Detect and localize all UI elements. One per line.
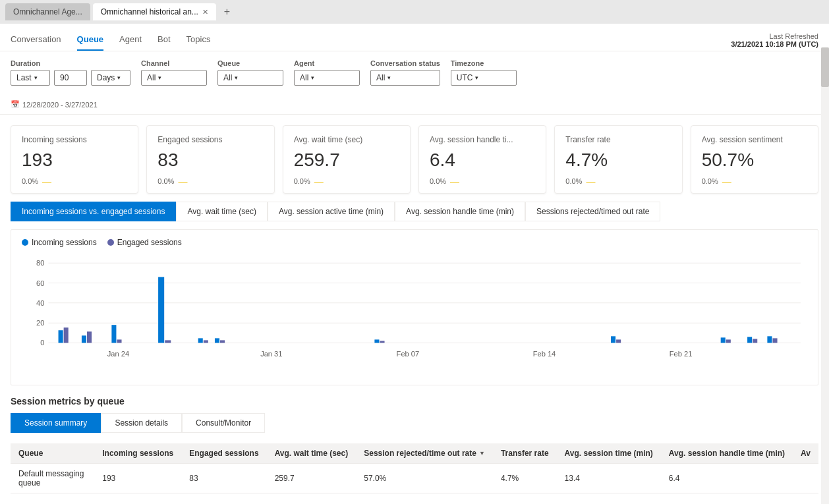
scrollbar-thumb[interactable] — [821, 47, 829, 87]
kpi-dash-engaged: — — [178, 176, 187, 186]
kpi-value-avg-wait: 259.7 — [294, 150, 399, 171]
queue-filter: Queue All ▾ — [217, 59, 283, 86]
date-range: 📅 12/28/2020 - 3/27/2021 — [11, 98, 818, 109]
duration-dropdown[interactable]: Last ▾ — [11, 70, 50, 86]
table-header: Queue Incoming sessions Engaged sessions… — [11, 443, 818, 464]
kpi-value-sentiment: 50.7% — [702, 150, 807, 171]
duration-value-input[interactable] — [54, 70, 87, 86]
col-header-avg-wait: Avg. wait time (sec) — [267, 443, 357, 464]
nav-tab-topics[interactable]: Topics — [186, 29, 211, 51]
sort-icon: ▼ — [479, 450, 485, 457]
session-metrics-table: Queue Incoming sessions Engaged sessions… — [11, 443, 818, 493]
queue-label: Queue — [217, 59, 283, 67]
kpi-footer-avg-handle: 0.0% — — [430, 176, 535, 186]
queue-dropdown[interactable]: All ▾ — [217, 70, 283, 86]
kpi-value-engaged: 83 — [157, 150, 263, 171]
kpi-footer-transfer: 0.0% — — [565, 176, 671, 186]
kpi-card-sentiment: Avg. session sentiment 50.7% 0.0% — — [691, 125, 818, 194]
tab-omnichannel-historical[interactable]: Omnichannel historical an... ✕ — [93, 3, 216, 20]
svg-rect-34 — [753, 339, 757, 343]
conversation-status-dropdown[interactable]: All ▾ — [370, 70, 440, 86]
svg-rect-21 — [220, 340, 225, 343]
svg-text:40: 40 — [36, 299, 44, 307]
chart-tab-avg-active[interactable]: Avg. session active time (min) — [268, 202, 395, 221]
chart-tab-avg-handle[interactable]: Avg. session handle time (min) — [395, 202, 525, 221]
chevron-down-icon-5: ▾ — [311, 74, 314, 81]
channel-dropdown[interactable]: All ▾ — [141, 70, 207, 86]
duration-row: Last ▾ Days ▾ — [11, 70, 130, 86]
svg-rect-14 — [111, 325, 116, 343]
svg-rect-15 — [117, 339, 121, 343]
chart-tab-rejected[interactable]: Sessions rejected/timed out rate — [525, 202, 660, 221]
tab-close-icon[interactable]: ✕ — [202, 8, 208, 16]
chevron-down-icon-3: ▾ — [158, 74, 161, 81]
svg-rect-10 — [59, 330, 63, 343]
legend-label-engaged: Engaged sessions — [117, 238, 182, 247]
metric-tab-details[interactable]: Session details — [101, 413, 182, 433]
cell-engaged: 83 — [181, 464, 266, 493]
chart-tab-incoming-vs-engaged[interactable]: Incoming sessions vs. engaged sessions — [11, 202, 176, 221]
nav-tab-agent[interactable]: Agent — [119, 29, 142, 51]
add-tab-button[interactable]: + — [219, 3, 235, 20]
svg-rect-28 — [380, 341, 384, 343]
kpi-footer-avg-wait: 0.0% — — [294, 176, 399, 186]
agent-dropdown[interactable]: All ▾ — [294, 70, 360, 86]
chart-tab-avg-wait[interactable]: Avg. wait time (sec) — [176, 202, 267, 221]
chevron-down-icon: ▾ — [34, 74, 38, 81]
svg-rect-18 — [198, 338, 203, 343]
metric-tab-consult[interactable]: Consult/Monitor — [182, 413, 265, 433]
agent-label: Agent — [294, 59, 360, 67]
last-refreshed-label: Last Refreshed — [769, 32, 818, 40]
cell-rejected: 57.0% — [356, 464, 493, 493]
col-header-avg-handle: Avg. session handle time (min) — [661, 443, 793, 464]
nav-tab-conversation[interactable]: Conversation — [11, 29, 61, 51]
cell-transfer: 4.7% — [493, 464, 557, 493]
channel-label: Channel — [141, 59, 207, 67]
app-container: Conversation Queue Agent Bot Topics Last… — [0, 24, 829, 504]
kpi-change-sentiment: 0.0% — [702, 177, 718, 185]
svg-text:0: 0 — [40, 339, 44, 347]
col-header-avg-session: Avg. session time (min) — [557, 443, 661, 464]
kpi-title-transfer: Transfer rate — [565, 135, 671, 144]
timezone-dropdown[interactable]: UTC ▾ — [451, 70, 517, 86]
kpi-change-avg-handle: 0.0% — [430, 177, 446, 185]
cell-av — [793, 464, 818, 493]
chart-area: Incoming sessions Engaged sessions 80 60… — [11, 229, 818, 385]
kpi-change-incoming: 0.0% — [22, 177, 38, 185]
nav-tab-queue[interactable]: Queue — [77, 29, 103, 51]
tab-label-2: Omnichannel historical an... — [101, 7, 198, 16]
svg-rect-29 — [611, 336, 615, 343]
svg-text:Feb 07: Feb 07 — [397, 350, 420, 358]
session-metrics-title: Session metrics by queue — [11, 396, 818, 406]
kpi-card-engaged: Engaged sessions 83 0.0% — — [146, 125, 274, 194]
kpi-dash-avg-wait: — — [314, 176, 324, 186]
tab-omnichannel-age[interactable]: Omnichannel Age... — [5, 3, 90, 20]
cell-avg-wait: 259.7 — [267, 464, 357, 493]
kpi-dash-transfer: — — [586, 176, 595, 186]
kpi-title-avg-handle: Avg. session handle ti... — [430, 135, 535, 144]
duration-unit-dropdown[interactable]: Days ▾ — [91, 70, 130, 86]
kpi-value-transfer: 4.7% — [565, 150, 671, 171]
chart-legend: Incoming sessions Engaged sessions — [22, 238, 807, 247]
chevron-down-icon-6: ▾ — [387, 74, 391, 81]
kpi-card-avg-handle: Avg. session handle ti... 6.4 0.0% — — [418, 125, 546, 194]
col-header-av: Av — [793, 443, 818, 464]
metric-tabs: Session summary Session details Consult/… — [11, 413, 818, 433]
timezone-label: Timezone — [451, 59, 517, 67]
svg-text:80: 80 — [36, 259, 44, 267]
svg-rect-35 — [767, 336, 772, 343]
channel-filter: Channel All ▾ — [141, 59, 207, 86]
svg-text:Feb 21: Feb 21 — [670, 350, 693, 358]
kpi-title-sentiment: Avg. session sentiment — [702, 135, 807, 144]
top-nav: Conversation Queue Agent Bot Topics Last… — [0, 24, 829, 51]
nav-tab-bot[interactable]: Bot — [157, 29, 171, 51]
date-range-text: 12/28/2020 - 3/27/2021 — [22, 101, 98, 109]
col-header-transfer: Transfer rate — [493, 443, 557, 464]
kpi-row: Incoming sessions 193 0.0% — Engaged ses… — [0, 115, 829, 202]
metric-tab-summary[interactable]: Session summary — [11, 413, 101, 433]
scrollbar[interactable] — [821, 47, 829, 504]
svg-rect-13 — [87, 331, 92, 343]
col-sort-rejected[interactable]: Session rejected/time out rate ▼ — [364, 449, 485, 458]
svg-rect-36 — [772, 338, 777, 343]
filters-bar: Duration Last ▾ Days ▾ Channel All ▾ — [0, 51, 829, 115]
